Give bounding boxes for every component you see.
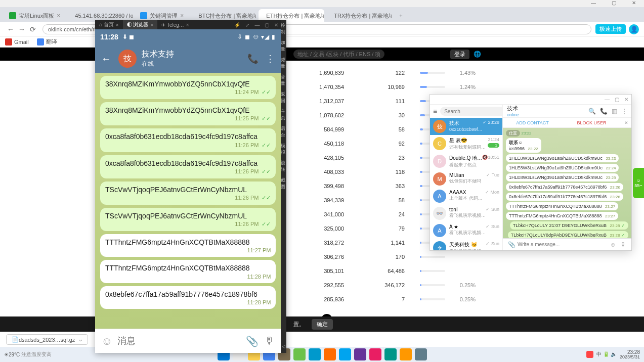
task-app10-icon[interactable]: [415, 348, 427, 360]
nav-reload-icon[interactable]: ⟳: [27, 25, 38, 33]
tg-message[interactable]: TTThntzFMG6mptz4HnGnXCQTBtMaX88888 23:27: [506, 202, 618, 210]
tg-chat-item[interactable]: AAAAAX上个版本 代码端口都是远程调用的✓ Mon: [430, 188, 502, 205]
upload-button[interactable]: 极速上传: [595, 24, 626, 34]
win-maximize[interactable]: ▢: [604, 0, 624, 7]
emoji-icon[interactable]: ☺: [101, 335, 112, 348]
tg-message-input[interactable]: [518, 242, 608, 247]
user-avatar-icon[interactable]: 👤: [629, 24, 639, 34]
task-app8-icon[interactable]: [384, 348, 397, 360]
browser-tab[interactable]: 宝塔Linux面板×: [4, 9, 65, 22]
bookmark-gmail[interactable]: Gmail: [5, 38, 29, 46]
tg-chat-item[interactable]: 技技术0x210b3cb99fa1de0a64085fa80e1…✓ 23:28: [430, 118, 502, 135]
mic-icon[interactable]: 🎙: [265, 335, 275, 347]
tg-message[interactable]: 1HLE8W3LsLWNg39o1at9hZ6UCD5kdkm9Uc 23:24: [506, 164, 619, 172]
tg-max[interactable]: ▢: [615, 97, 619, 102]
task-app5-icon[interactable]: [339, 348, 351, 360]
win-close[interactable]: ✕: [624, 0, 644, 7]
download-item[interactable]: 📄 dsadsds_2023…sql.gz ⌵: [6, 334, 88, 345]
search-input[interactable]: [293, 50, 384, 59]
chat-message[interactable]: 0xca8fa8f0b631ecdb18cda619c4fc9d197c8aff…: [100, 155, 276, 178]
tg-message[interactable]: TLbkcH7QLcULY8dpPAbD9EYGLUWKbeRxuB 23:28…: [508, 231, 628, 238]
more-icon[interactable]: ⋮: [266, 53, 275, 64]
tg-message[interactable]: 0x8ebfe67c7ffa17a59aff91b7776e457c18978b…: [506, 193, 623, 201]
emu-side-btn[interactable]: 控制: [281, 20, 286, 37]
tg-message[interactable]: TTThntzFMG6mptz4HnGnXCQTBtMaX88888 23:27: [506, 212, 618, 220]
emu-side-btn[interactable]: 后台: [281, 123, 286, 141]
emu-side-btn[interactable]: 音量: [281, 72, 286, 89]
tg-chat-body[interactable]: 仕置 23:22联系☺ics9966 23:221HLE8W3LsLWNg39o…: [503, 128, 631, 238]
emu-tab[interactable]: ✈ Teleg… ×: [157, 20, 193, 29]
chat-message[interactable]: TScVwVTjqoqPEJ6atnvGCtErWnCyNbzmUL11:26 …: [100, 182, 276, 205]
footer-confirm-button[interactable]: 确定: [312, 319, 333, 330]
system-tray[interactable]: 中 🔋 🔈 23:28 2023/5/31: [583, 349, 640, 360]
nav-fwd-icon[interactable]: →: [16, 25, 27, 33]
tg-message[interactable]: 0x8ebfe67c7ffa17a59aff91b7776e457c18978b…: [506, 183, 623, 191]
tg-call-icon[interactable]: 📞: [600, 108, 608, 115]
chat-message[interactable]: TScVwVTjqoqPEJ6atnvGCtErWnCyNbzmUL11:26 …: [100, 208, 276, 231]
emu-side-btn[interactable]: 减量: [281, 55, 286, 72]
back-icon[interactable]: ←: [101, 53, 111, 65]
chat-message[interactable]: 0x8ebfe67c7ffa17a59aff91b7776e457c18978b…: [100, 286, 276, 309]
tg-chat-item[interactable]: 👓tonI看飞机演示视频 别人给我发地址或…✓ Sun: [430, 205, 502, 222]
tg-chat-item[interactable]: ✈天美科技 😼看飞机演示视频 别人给我发地址或…✓ Sun: [430, 239, 502, 250]
attach-icon[interactable]: 📎: [246, 335, 259, 347]
tg-menu-icon[interactable]: ≡: [433, 107, 437, 115]
emu-tab[interactable]: ⌂ 首页 ×: [95, 20, 123, 29]
globe-icon[interactable]: 🌐: [474, 51, 481, 58]
tg-search-icon[interactable]: 🔍: [588, 108, 596, 115]
tg-min[interactable]: —: [605, 97, 610, 102]
chat-body[interactable]: 38Xnrq8MZiKmYmwobbYdZQ5nnCbX1qvQfE11:24 …: [95, 73, 281, 329]
emu-side-btn[interactable]: 模拟: [281, 141, 286, 158]
tg-message[interactable]: TLbkcH7QLcULY 21:07 D9EYGLUWKbeRxuB 23:2…: [510, 221, 628, 230]
emu-side-btn[interactable]: 加量: [281, 37, 286, 55]
chat-message[interactable]: 38Xnrq8MZiKmYmwobbYdZQ5nnCbX1qvQfE11:25 …: [100, 102, 276, 125]
taskbar-weather[interactable]: ☀ 29°C 注意温度变高: [4, 351, 52, 358]
emu-side-btn[interactable]: 截图: [281, 175, 286, 192]
message-input[interactable]: [117, 336, 235, 346]
call-icon[interactable]: 📞: [247, 53, 259, 64]
tg-emoji-icon[interactable]: ☺: [610, 241, 616, 248]
login-button[interactable]: 登录: [450, 50, 469, 59]
tg-chat-item[interactable]: MMI.lian钱包你们不做吗✓ Tue: [430, 170, 502, 188]
tg-chat-item[interactable]: AA ★看飞机演示视频 别人给我发地址或…✓ Sun: [430, 222, 502, 239]
bookmark-translate[interactable]: 翻译: [37, 38, 57, 46]
block-user-tab[interactable]: BLOCK USER: [562, 120, 621, 125]
tg-message[interactable]: 1HLE8W3LsLWNg39o1at9hZ6UCD5kdkm9Uc 23:23: [506, 154, 619, 162]
tg-more-icon[interactable]: ⋮: [621, 108, 627, 115]
android-emulator: ⌂ 首页 ×◐ 浏览器 ×✈ Teleg… ×⚡⤢—▢✕ 11:28 ⬇ ◼ ⇩…: [95, 20, 286, 353]
chat-message[interactable]: 0xca8fa8f0b631ecdb18cda619c4fc9d197c8aff…: [100, 128, 276, 152]
tg-mic-icon[interactable]: 🎙: [620, 241, 626, 248]
chat-header: ← 技 技术支持 在线 📞 ⋮: [95, 44, 281, 73]
floating-badge[interactable]: ☺ 55~: [633, 168, 644, 198]
task-app7-icon[interactable]: [369, 348, 381, 360]
tg-chat-item[interactable]: C星 辰😎还有我复制源码到你的服务器…21:241: [430, 135, 502, 153]
task-app3-icon[interactable]: [309, 348, 321, 360]
tg-attach-icon[interactable]: 📎: [508, 241, 516, 248]
chat-message[interactable]: TTThntzFMG6mptz4HnGnXCQTBtMaX8888811:28 …: [100, 260, 276, 283]
win-minimize[interactable]: —: [583, 0, 604, 7]
tg-chat-header: 技术 online 🔍📞▥⋮: [503, 105, 631, 118]
task-app2-icon[interactable]: [293, 348, 306, 360]
task-app9-icon[interactable]: [400, 348, 412, 360]
emu-tab[interactable]: ◐ 浏览器 ×: [123, 20, 158, 29]
emu-side-btn[interactable]: 旋转: [281, 158, 286, 175]
table-row: 1,690,8391221.43%: [293, 66, 476, 80]
tg-chat-item[interactable]: DDouble.Q 地址用号(9…看起来了然点🔇10:51: [430, 153, 502, 170]
new-tab-button[interactable]: +: [394, 9, 407, 22]
tg-search-input[interactable]: [440, 107, 512, 116]
tg-close[interactable]: ✕: [624, 97, 628, 102]
emu-side-btn[interactable]: 主页: [281, 106, 286, 123]
task-app6-icon[interactable]: [354, 348, 366, 360]
task-app4-icon[interactable]: [324, 348, 336, 360]
nav-back-icon[interactable]: ←: [5, 25, 16, 33]
add-contact-tab[interactable]: ADD CONTACT: [503, 120, 562, 125]
chat-avatar[interactable]: 技: [118, 50, 137, 68]
emu-side-btn[interactable]: 返回: [281, 89, 286, 106]
tg-message[interactable]: 1HLE8W3LsLWNg39o1at9hZ6UCD5kdkm9Uc 23:25: [506, 173, 619, 182]
tg-panel-icon[interactable]: ▥: [612, 108, 617, 115]
tg-tabs-close-icon[interactable]: ✕: [621, 120, 631, 125]
chat-message[interactable]: TTThntzFMG6mptz4HnGnXCQTBtMaX8888811:27 …: [100, 234, 276, 257]
status-icons: ⇩ ◼ ⦵ ▾◢ ▮: [237, 33, 276, 40]
browser-tab[interactable]: TRX持仓分布 | 富豪地址排行榜×: [326, 9, 392, 22]
chat-message[interactable]: 38Xnrq8MZiKmYmwobbYdZQ5nnCbX1qvQfE11:24 …: [100, 76, 276, 99]
